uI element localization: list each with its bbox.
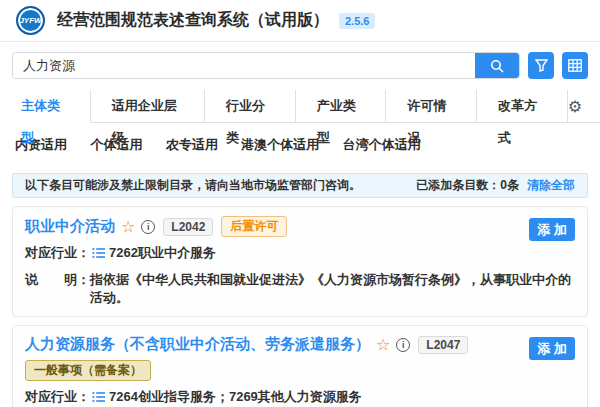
notice-bar: 以下条目可能涉及禁止限制目录，请向当地市场监管部门咨询。 已添加条目数：0条 清… [12, 173, 588, 198]
settings-gear-icon[interactable]: ⚙ [568, 90, 600, 122]
entry-title-link[interactable]: 职业中介活动 [25, 217, 115, 236]
result-card: 人力资源服务（不含职业中介活动、劳务派遣服务） ☆ i L2047 添 加 一般… [12, 325, 588, 407]
entry-code-badge: L2047 [418, 336, 468, 354]
favorite-star-icon[interactable]: ☆ [121, 219, 135, 235]
tab-license-status[interactable]: 许可情况 [386, 90, 477, 122]
funnel-icon [535, 59, 548, 72]
subtab-farm-coop[interactable]: 农专适用 [166, 136, 218, 154]
table-grid-icon [568, 59, 582, 72]
industry-label: 对应行业： [25, 388, 90, 406]
list-icon[interactable] [92, 246, 105, 264]
search-input-group [12, 52, 520, 79]
notice-text: 以下条目可能涉及禁止限制目录，请向当地市场监管部门咨询。 [25, 177, 361, 194]
grid-view-button[interactable] [562, 52, 588, 79]
filter-tabs: 主体类型 适用企业层级 行业分类 产业类型 许可情况 改革方式 ⚙ [0, 90, 600, 123]
filter-button[interactable] [528, 52, 554, 79]
industry-value: 7262职业中介服务 [109, 244, 216, 262]
tab-industry-type[interactable]: 产业类型 [296, 90, 387, 122]
app-header: JYFW 经营范围规范表述查询系统（试用版） 2.5.6 [0, 0, 600, 42]
description-value: 指依据《中华人民共和国就业促进法》《人力资源市场暂行条例》，从事职业中介的活动。 [90, 271, 575, 307]
result-card: 职业中介活动 ☆ i L2042 后置许可 添 加 对应行业： 7262职业中介… [12, 206, 588, 317]
entry-code-badge: L2042 [163, 218, 213, 236]
industry-label: 对应行业： [25, 244, 90, 262]
tab-enterprise-level[interactable]: 适用企业层级 [91, 90, 205, 122]
version-badge: 2.5.6 [339, 13, 375, 29]
entry-title-link[interactable]: 人力资源服务（不含职业中介活动、劳务派遣服务） [25, 335, 370, 354]
info-icon[interactable]: i [396, 338, 410, 352]
search-icon [490, 59, 504, 73]
post-license-tag: 后置许可 [221, 216, 287, 237]
industry-value: 7264创业指导服务；7269其他人力资源服务 [109, 388, 362, 406]
page-title: 经营范围规范表述查询系统（试用版） [57, 10, 329, 31]
add-button[interactable]: 添 加 [529, 218, 575, 241]
app-logo-icon: JYFW [16, 6, 45, 35]
clear-all-link[interactable]: 清除全部 [527, 177, 575, 194]
list-icon[interactable] [92, 390, 105, 407]
search-input[interactable] [13, 53, 475, 78]
description-label: 说 明： [25, 271, 90, 289]
favorite-star-icon[interactable]: ☆ [376, 337, 390, 353]
added-count: 已添加条目数：0条 [416, 177, 519, 194]
tab-industry-category[interactable]: 行业分类 [205, 90, 296, 122]
search-button[interactable] [475, 53, 519, 78]
tab-subject-type[interactable]: 主体类型 [0, 90, 91, 123]
add-button[interactable]: 添 加 [529, 337, 575, 360]
tab-reform-method[interactable]: 改革方式 [477, 90, 568, 122]
subtab-hk-macau-individual[interactable]: 港澳个体适用 [241, 136, 319, 154]
search-bar [12, 52, 588, 79]
info-icon[interactable]: i [141, 220, 155, 234]
general-item-tag: 一般事项（需备案） [25, 360, 151, 381]
